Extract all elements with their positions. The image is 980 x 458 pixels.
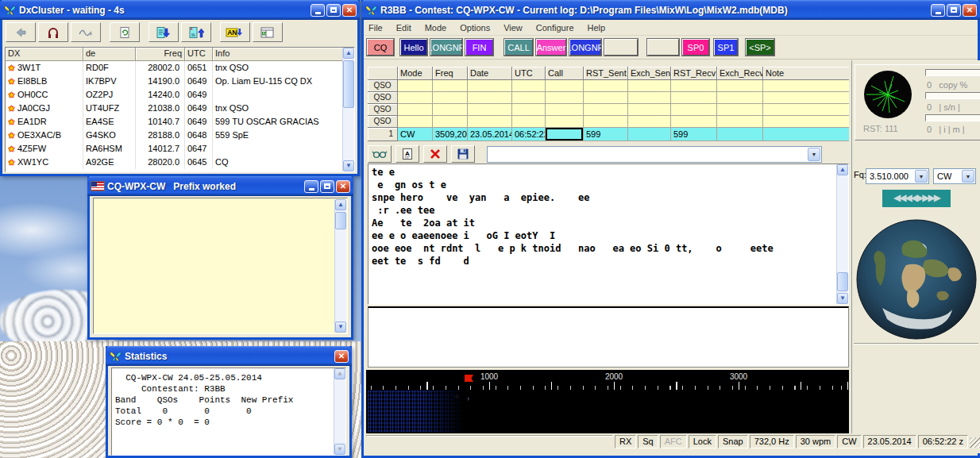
status-mode[interactable]: CW xyxy=(837,435,861,448)
statistics-titlebar[interactable]: Statistics ✕ xyxy=(106,346,352,366)
back-button[interactable] xyxy=(6,22,36,42)
scroll-up-icon[interactable]: ▲ xyxy=(837,164,848,175)
col-utc[interactable]: UTC xyxy=(185,48,213,61)
cell-rst-sent[interactable]: 599 xyxy=(584,128,628,141)
macro-answer-button[interactable]: Answer xyxy=(536,39,566,56)
close-button[interactable]: ✕ xyxy=(334,350,349,363)
log-empty-row[interactable]: QSO xyxy=(368,104,849,116)
chevron-down-icon[interactable]: ▼ xyxy=(808,148,820,161)
col-date[interactable]: Date xyxy=(468,67,512,80)
menu-configure[interactable]: Configure xyxy=(536,23,574,33)
dx-spot-row[interactable]: ★EA1DR EA4SE10140.7 0649599 TU OSCAR GRA… xyxy=(6,115,354,129)
scroll-up-icon[interactable]: ▲ xyxy=(335,199,346,210)
menu-view[interactable]: View xyxy=(504,23,523,33)
macro-cq-button[interactable]: CQ xyxy=(367,39,394,56)
dx-spot-row[interactable]: ★XW1YC A92GE28020.0 0645CQ xyxy=(6,156,354,169)
status-snap[interactable]: Snap xyxy=(718,435,748,448)
lookup-button[interactable] xyxy=(368,145,392,163)
dx-spot-row[interactable]: ★JA0CGJ UT4UFZ21038.0 0649tnx QSO xyxy=(6,102,354,115)
macro-call-button[interactable]: CALL xyxy=(504,39,533,56)
prefix-titlebar[interactable]: CQ-WPX-CW Prefix worked ✕ xyxy=(87,176,353,196)
macro-sp1-button[interactable]: SP1 xyxy=(714,39,738,56)
scroll-down-icon[interactable]: ▼ xyxy=(343,160,354,171)
col-exch-sent[interactable]: Exch_Sent xyxy=(628,67,671,80)
save-qso-button[interactable] xyxy=(451,145,475,163)
macro-fin-button[interactable]: FIN xyxy=(465,39,493,56)
col-freq[interactable]: Freq xyxy=(433,67,468,80)
minimize-button[interactable] xyxy=(931,4,945,17)
audio-monitor-button[interactable] xyxy=(38,22,68,42)
macro-empty-button[interactable] xyxy=(604,39,638,56)
maximize-button[interactable] xyxy=(947,4,961,17)
spot-options-button[interactable] xyxy=(253,22,283,42)
menu-help[interactable]: Help xyxy=(588,23,606,33)
menu-file[interactable]: File xyxy=(368,23,383,33)
log-active-row[interactable]: 1 CW 3509,200 23.05.2014 06:52:22 599 59… xyxy=(368,128,849,141)
macro-hello-button[interactable]: Hello xyxy=(400,39,427,56)
col-freq[interactable]: Freq xyxy=(136,48,185,61)
save-log-button[interactable] xyxy=(149,22,179,42)
macro-longnr2-button[interactable]: LONGNR xyxy=(569,39,601,56)
frequency-combobox[interactable]: 3.510.000 ▼ xyxy=(866,168,929,184)
chevron-down-icon[interactable]: ▼ xyxy=(915,170,928,183)
dx-spot-row[interactable]: ★OH0CC OZ2PJ14240.0 0649 xyxy=(6,88,354,102)
log-empty-row[interactable]: QSO xyxy=(368,92,849,104)
menu-options[interactable]: Options xyxy=(460,23,490,33)
resize-grip[interactable] xyxy=(970,437,980,448)
cell-exch-sent[interactable] xyxy=(628,128,671,141)
cell-freq[interactable]: 3509,200 xyxy=(433,128,468,141)
status-afc[interactable]: AFC xyxy=(660,435,687,448)
col-dx[interactable]: DX xyxy=(6,48,83,61)
macro-sp-button[interactable]: <SP> xyxy=(746,39,774,56)
delete-button[interactable] xyxy=(423,145,447,163)
scroll-up-icon[interactable]: ▲ xyxy=(334,368,345,379)
scroll-down-icon[interactable]: ▼ xyxy=(837,293,848,304)
edit-text-button[interactable]: A xyxy=(395,145,419,163)
status-audio-freq[interactable]: 732,0 Hz xyxy=(750,435,794,448)
cell-date[interactable]: 23.05.2014 xyxy=(468,128,512,141)
dx-spot-row[interactable]: ★OE3XAC/B G4SKO28188.0 0648559 SpE xyxy=(6,129,354,142)
signal-button[interactable] xyxy=(71,22,101,42)
scroll-up-icon[interactable]: ▲ xyxy=(343,48,354,59)
maximize-button[interactable] xyxy=(326,4,341,17)
menu-mode[interactable]: Mode xyxy=(425,23,447,33)
dxcluster-titlebar[interactable]: DxCluster - waiting - 4s ✕ xyxy=(0,0,360,20)
mode-combobox[interactable]: CW ▼ xyxy=(933,168,976,184)
main-titlebar[interactable]: R3BB - Contest: CQ-WPX-CW - Current log:… xyxy=(361,0,980,20)
chevron-down-icon[interactable]: ▼ xyxy=(962,170,974,183)
dx-spot-row[interactable]: ★EI8BLB IK7BPV14190.0 0649Op. Liam EU-11… xyxy=(6,75,354,88)
menu-edit[interactable]: Edit xyxy=(396,23,411,33)
col-call[interactable]: Call xyxy=(546,67,584,80)
dx-list-scrollbar[interactable]: ▲ ▼ xyxy=(342,48,354,171)
cell-note[interactable] xyxy=(763,128,849,141)
frequency-flag-marker[interactable] xyxy=(465,375,473,383)
maximize-button[interactable] xyxy=(320,180,334,193)
statistics-scrollbar[interactable]: ▲ ▼ xyxy=(334,368,345,455)
scroll-thumb[interactable] xyxy=(335,212,346,229)
cell-call-selected[interactable] xyxy=(546,128,584,141)
status-wpm[interactable]: 30 wpm xyxy=(796,435,836,448)
log-empty-row[interactable]: QSO xyxy=(368,116,849,128)
macro-longnr-button[interactable]: LONGNR xyxy=(430,39,462,56)
close-button[interactable]: ✕ xyxy=(342,4,357,17)
col-rst-recv[interactable]: RST_Recv xyxy=(671,67,717,80)
cell-exch-recv[interactable] xyxy=(717,128,763,141)
scroll-down-icon[interactable]: ▼ xyxy=(335,321,346,333)
scroll-down-icon[interactable]: ▼ xyxy=(334,444,345,455)
new-spot-button[interactable]: * xyxy=(181,22,211,42)
col-exch-recv[interactable]: Exch_Recv xyxy=(717,67,763,80)
macro-sp0-button[interactable]: SP0 xyxy=(682,39,709,56)
refresh-button[interactable] xyxy=(110,22,140,42)
col-rst-sent[interactable]: RST_Sent xyxy=(584,67,628,80)
announce-button[interactable]: AN xyxy=(220,22,250,42)
status-lock[interactable]: Lock xyxy=(689,435,716,448)
dx-spot-row[interactable]: ★3W1T RD0F28002.0 0651tnx QSO xyxy=(6,61,354,75)
close-button[interactable]: ✕ xyxy=(963,4,977,17)
status-rx[interactable]: RX xyxy=(615,435,636,448)
status-squelch[interactable]: Sq xyxy=(638,435,658,448)
cell-rst-recv[interactable]: 599 xyxy=(671,128,717,141)
globe-map[interactable] xyxy=(855,219,978,340)
callsign-combobox[interactable]: ▼ xyxy=(487,146,822,163)
col-note[interactable]: Note xyxy=(763,67,849,80)
cell-utc[interactable]: 06:52:22 xyxy=(512,128,546,141)
